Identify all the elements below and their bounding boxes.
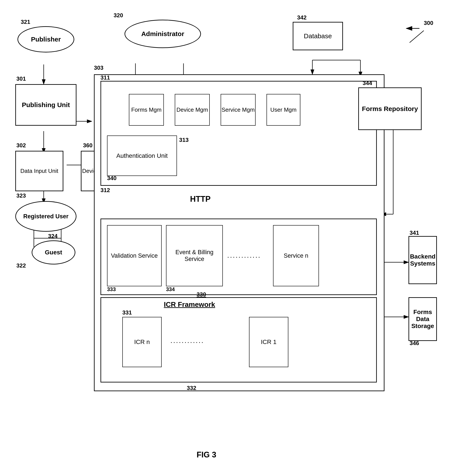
label-344: 344	[363, 80, 372, 87]
label-331: 331	[122, 309, 132, 316]
publishing-unit-box: Publishing Unit	[15, 84, 77, 126]
forms-repository-box: Forms Repository	[358, 87, 422, 130]
service-n-box: Service n	[273, 225, 319, 286]
registered-user-ellipse: Registered User	[15, 201, 77, 232]
label-313: 313	[179, 137, 189, 143]
label-311: 311	[101, 74, 110, 81]
diagram-container: 300 Administrator 320 Database 342 Publi…	[0, 0, 450, 476]
label-302: 302	[16, 142, 26, 149]
icr-dots: ............	[170, 337, 204, 345]
publisher-ellipse: Publisher	[18, 26, 74, 53]
icr-n-box: ICR n	[122, 317, 162, 367]
label-333: 333	[107, 286, 116, 292]
event-billing-box: Event & Billing Service	[166, 225, 223, 286]
administrator-ellipse: Administrator	[124, 20, 201, 48]
label-300: 300	[424, 20, 433, 26]
label-321: 321	[21, 18, 30, 25]
backend-systems-box: Backend Systems	[409, 236, 437, 284]
dots-1: ............	[227, 251, 261, 259]
label-332: 332	[187, 385, 196, 392]
label-312: 312	[101, 187, 110, 194]
fig-caption: FIG 3	[197, 450, 216, 459]
label-322: 322	[16, 262, 26, 269]
service-mgm-box: Service Mgm	[221, 94, 255, 126]
icr-1-box: ICR 1	[249, 317, 288, 367]
label-303: 303	[94, 65, 103, 71]
svg-line-5	[410, 30, 424, 43]
forms-mgm-box: Forms Mgm	[129, 94, 164, 126]
label-334: 334	[166, 286, 175, 292]
forms-data-storage-box: Forms Data Storage	[409, 297, 437, 341]
label-320: 320	[114, 12, 123, 19]
label-301: 301	[16, 75, 26, 82]
label-324: 324	[48, 233, 58, 240]
http-label: HTTP	[190, 194, 211, 204]
label-323: 323	[16, 192, 26, 199]
database-box: Database	[293, 22, 343, 50]
label-346: 346	[410, 340, 419, 347]
guest-ellipse: Guest	[32, 241, 75, 265]
label-340: 340	[107, 175, 116, 182]
user-mgm-box: User Mgm	[266, 94, 300, 126]
validation-service-box: Validation Service	[107, 225, 162, 286]
auth-unit-box: Authentication Unit	[107, 135, 177, 176]
label-360: 360	[83, 142, 92, 149]
device-mgm-box: Device Mgm	[175, 94, 210, 126]
data-input-unit-box: Data Input Unit	[15, 151, 63, 191]
icr-framework-label: ICR Framework	[164, 301, 215, 309]
label-341: 341	[410, 229, 419, 236]
label-342: 342	[297, 14, 307, 21]
label-330: 330	[197, 291, 206, 298]
